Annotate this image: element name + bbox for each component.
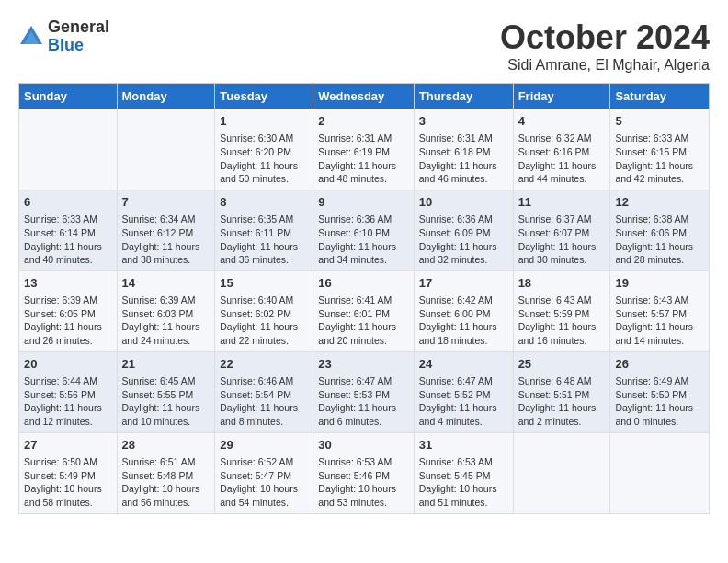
day-info: Daylight: 11 hours and 36 minutes. [220,240,308,267]
day-info: Daylight: 11 hours and 12 minutes. [24,401,112,428]
calendar-cell: 22Sunrise: 6:46 AMSunset: 5:54 PMDayligh… [215,351,313,432]
day-info: Sunset: 5:49 PM [24,469,112,483]
day-info: Sunrise: 6:47 AM [318,374,408,388]
day-number: 17 [419,275,508,292]
day-info: Daylight: 11 hours and 2 minutes. [518,401,606,428]
day-info: Sunrise: 6:53 AM [419,455,508,469]
day-info: Sunrise: 6:30 AM [220,132,308,145]
week-row-1: 1Sunrise: 6:30 AMSunset: 6:20 PMDaylight… [19,109,710,190]
day-info: Sunset: 6:18 PM [419,145,508,159]
calendar-cell: 25Sunrise: 6:48 AMSunset: 5:51 PMDayligh… [513,351,610,432]
day-info: Sunset: 6:03 PM [122,307,210,321]
calendar-cell: 14Sunrise: 6:39 AMSunset: 6:03 PMDayligh… [117,270,215,351]
calendar-header-row: SundayMondayTuesdayWednesdayThursdayFrid… [19,84,710,109]
day-number: 29 [220,437,308,454]
day-info: Sunset: 5:52 PM [419,388,508,402]
calendar-cell [513,432,610,513]
day-info: Sunrise: 6:40 AM [220,293,308,307]
day-info: Sunset: 5:46 PM [318,469,408,483]
day-info: Sunrise: 6:36 AM [419,213,508,226]
day-info: Sunset: 6:01 PM [318,307,408,321]
day-number: 28 [122,437,210,454]
logo-blue-text: Blue [48,37,109,55]
calendar-cell: 19Sunrise: 6:43 AMSunset: 5:57 PMDayligh… [610,270,710,351]
day-info: Sunset: 6:09 PM [419,226,508,240]
calendar-cell: 18Sunrise: 6:43 AMSunset: 5:59 PMDayligh… [513,270,610,351]
day-info: Sunrise: 6:38 AM [615,213,704,226]
day-info: Daylight: 11 hours and 18 minutes. [419,320,508,347]
logo-text: General Blue [48,18,109,55]
day-number: 14 [122,275,210,292]
calendar-cell: 16Sunrise: 6:41 AMSunset: 6:01 PMDayligh… [313,270,414,351]
day-number: 10 [419,194,508,211]
day-info: Sunset: 5:56 PM [24,388,112,402]
day-info: Daylight: 11 hours and 42 minutes. [615,159,704,186]
day-number: 25 [518,356,606,373]
day-info: Sunset: 5:50 PM [615,388,704,402]
day-info: Sunrise: 6:46 AM [220,374,308,388]
week-row-3: 13Sunrise: 6:39 AMSunset: 6:05 PMDayligh… [19,270,710,351]
day-info: Daylight: 11 hours and 38 minutes. [122,240,210,267]
day-number: 23 [318,356,408,373]
day-number: 1 [220,113,308,130]
day-info: Sunrise: 6:35 AM [220,213,308,226]
day-info: Sunrise: 6:36 AM [318,213,408,226]
logo: General Blue [18,18,109,55]
day-info: Sunrise: 6:51 AM [122,455,210,469]
day-info: Daylight: 11 hours and 26 minutes. [24,320,112,347]
day-info: Daylight: 11 hours and 16 minutes. [518,320,606,347]
day-info: Daylight: 11 hours and 50 minutes. [220,159,308,186]
day-info: Sunset: 6:00 PM [419,307,508,321]
week-row-5: 27Sunrise: 6:50 AMSunset: 5:49 PMDayligh… [19,432,710,513]
title-block: October 2024 Sidi Amrane, El Mghair, Alg… [500,18,710,74]
calendar-cell: 13Sunrise: 6:39 AMSunset: 6:05 PMDayligh… [19,270,118,351]
calendar-cell: 15Sunrise: 6:40 AMSunset: 6:02 PMDayligh… [215,270,313,351]
day-info: Sunrise: 6:32 AM [518,132,606,145]
calendar-cell: 24Sunrise: 6:47 AMSunset: 5:52 PMDayligh… [414,351,513,432]
day-info: Sunset: 5:55 PM [122,388,210,402]
day-number: 24 [419,356,508,373]
day-info: Sunset: 6:02 PM [220,307,308,321]
day-number: 3 [419,113,508,130]
day-info: Sunset: 5:57 PM [615,307,704,321]
day-info: Sunrise: 6:45 AM [122,374,210,388]
day-number: 31 [419,437,508,454]
day-info: Sunset: 5:47 PM [220,469,308,483]
day-info: Sunset: 6:20 PM [220,145,308,159]
calendar-cell: 5Sunrise: 6:33 AMSunset: 6:15 PMDaylight… [610,109,710,190]
calendar-cell: 31Sunrise: 6:53 AMSunset: 5:45 PMDayligh… [414,432,513,513]
calendar-cell: 4Sunrise: 6:32 AMSunset: 6:16 PMDaylight… [513,109,610,190]
day-info: Sunset: 6:10 PM [318,226,408,240]
day-info: Sunrise: 6:41 AM [318,293,408,307]
calendar-cell: 17Sunrise: 6:42 AMSunset: 6:00 PMDayligh… [414,270,513,351]
day-info: Sunrise: 6:33 AM [24,213,112,226]
day-info: Daylight: 11 hours and 48 minutes. [318,159,408,186]
day-number: 18 [518,275,606,292]
logo-general-text: General [48,18,109,37]
header-saturday: Saturday [610,84,710,109]
day-info: Sunset: 6:07 PM [518,226,606,240]
day-info: Sunrise: 6:48 AM [518,374,606,388]
day-info: Daylight: 11 hours and 44 minutes. [518,159,606,186]
header-tuesday: Tuesday [215,84,313,109]
day-number: 26 [615,356,704,373]
day-info: Daylight: 10 hours and 51 minutes. [419,482,508,509]
calendar-cell: 26Sunrise: 6:49 AMSunset: 5:50 PMDayligh… [610,351,710,432]
day-info: Sunrise: 6:39 AM [122,293,210,307]
header-thursday: Thursday [414,84,513,109]
calendar-cell: 28Sunrise: 6:51 AMSunset: 5:48 PMDayligh… [117,432,215,513]
day-info: Sunset: 6:19 PM [318,145,408,159]
day-info: Sunrise: 6:50 AM [24,455,112,469]
day-number: 12 [615,194,704,211]
day-info: Daylight: 11 hours and 32 minutes. [419,240,508,267]
calendar-cell: 23Sunrise: 6:47 AMSunset: 5:53 PMDayligh… [313,351,414,432]
day-number: 21 [122,356,210,373]
page-header: General Blue October 2024 Sidi Amrane, E… [18,18,710,74]
day-info: Sunrise: 6:42 AM [419,293,508,307]
day-info: Daylight: 10 hours and 56 minutes. [122,482,210,509]
day-info: Sunrise: 6:43 AM [615,293,704,307]
day-info: Sunrise: 6:34 AM [122,213,210,226]
day-number: 19 [615,275,704,292]
day-info: Daylight: 11 hours and 20 minutes. [318,320,408,347]
calendar-cell: 3Sunrise: 6:31 AMSunset: 6:18 PMDaylight… [414,109,513,190]
